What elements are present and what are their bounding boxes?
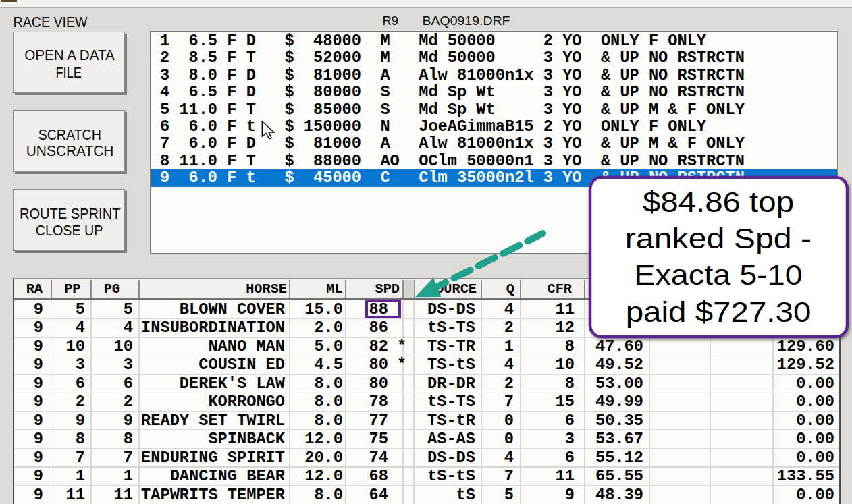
svg-text:SCRATCH: SCRATCH [38,126,101,143]
svg-text:$84.86 top: $84.86 top [643,186,794,218]
svg-text:R9: R9 [383,13,399,28]
svg-text:FILE: FILE [55,64,81,81]
svg-text:Exacta 5-10: Exacta 5-10 [634,259,802,291]
svg-text:ROUTE SPRINT: ROUTE SPRINT [20,205,121,222]
svg-text:UNSCRATCH: UNSCRATCH [26,142,114,159]
svg-text:OPEN A DATA: OPEN A DATA [24,47,115,63]
svg-text:RACE VIEW: RACE VIEW [14,13,88,30]
svg-text:BAQ0919.DRF: BAQ0919.DRF [423,13,510,28]
svg-text:paid $727.30: paid $727.30 [626,296,811,328]
svg-text:CLOSE UP: CLOSE UP [36,222,103,239]
svg-text:ranked Spd -: ranked Spd - [625,223,811,254]
